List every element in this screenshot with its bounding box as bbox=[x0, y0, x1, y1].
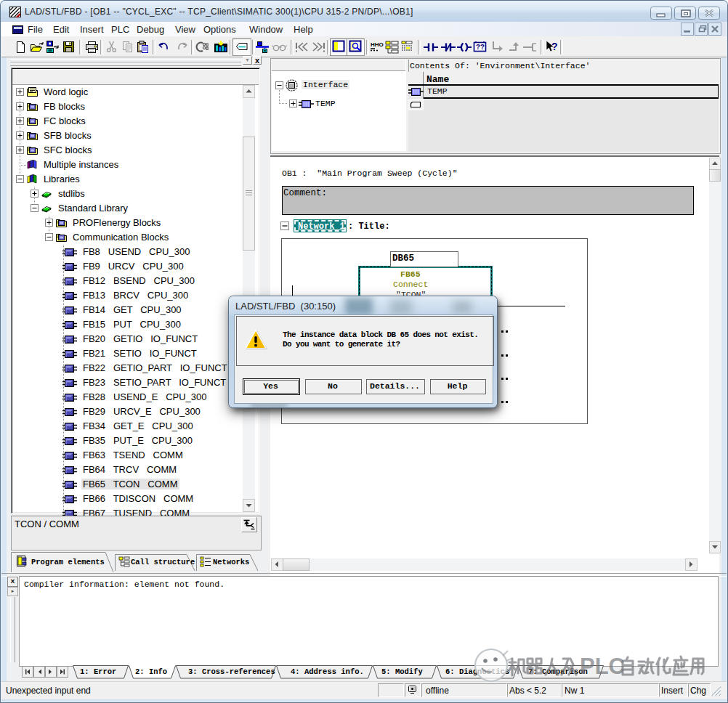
svg-text:?: ? bbox=[551, 41, 558, 52]
svg-text:??: ?? bbox=[476, 44, 485, 52]
svg-text:PLC: PLC bbox=[580, 654, 625, 679]
svg-text:HHO: HHO bbox=[371, 41, 384, 48]
